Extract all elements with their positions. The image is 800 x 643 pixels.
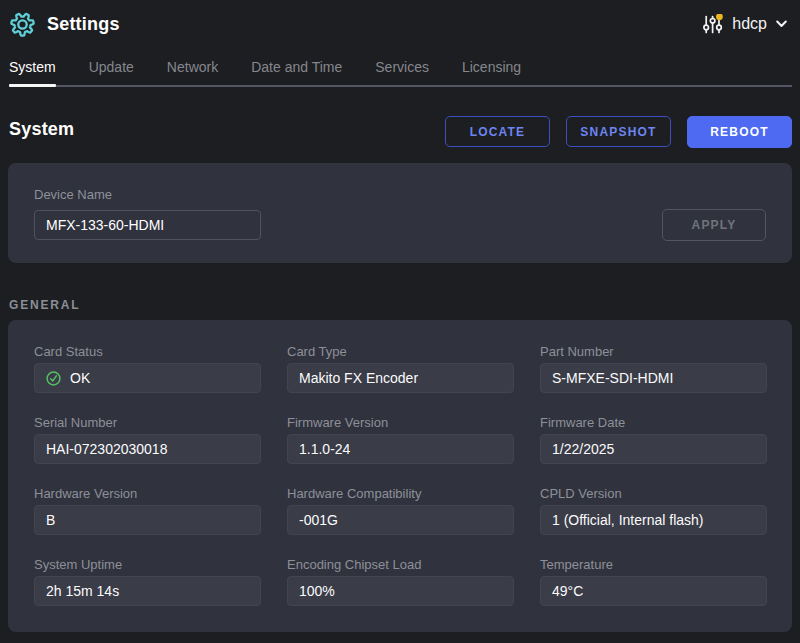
user-label: hdcp bbox=[732, 15, 767, 33]
field-label: CPLD Version bbox=[540, 486, 767, 501]
check-circle-icon bbox=[46, 371, 61, 386]
field-card-type: Card Type Makito FX Encoder bbox=[287, 344, 514, 393]
field-label: Firmware Date bbox=[540, 415, 767, 430]
field-system-uptime: System Uptime 2h 15m 14s bbox=[34, 557, 261, 606]
field-label: Firmware Version bbox=[287, 415, 514, 430]
field-value-box: 1.1.0-24 bbox=[287, 434, 514, 464]
field-label: System Uptime bbox=[34, 557, 261, 572]
field-cpld-version: CPLD Version 1 (Official, Internal flash… bbox=[540, 486, 767, 535]
page-title: Settings bbox=[47, 14, 120, 35]
general-panel: Card Status OK Card Type Makito FX Encod… bbox=[8, 320, 792, 632]
field-firmware-date: Firmware Date 1/22/2025 bbox=[540, 415, 767, 464]
field-label: Hardware Version bbox=[34, 486, 261, 501]
tab-bar: System Update Network Date and Time Serv… bbox=[9, 48, 792, 87]
field-value-box: 1/22/2025 bbox=[540, 434, 767, 464]
device-name-input[interactable] bbox=[34, 210, 261, 240]
chevron-down-icon bbox=[776, 20, 787, 28]
tab-system[interactable]: System bbox=[9, 48, 56, 85]
field-value-box: 2h 15m 14s bbox=[34, 576, 261, 606]
field-temperature: Temperature 49°C bbox=[540, 557, 767, 606]
field-value-box: S-MFXE-SDI-HDMI bbox=[540, 363, 767, 393]
field-serial-number: Serial Number HAI-072302030018 bbox=[34, 415, 261, 464]
field-value-box: 100% bbox=[287, 576, 514, 606]
field-value-box: 49°C bbox=[540, 576, 767, 606]
locate-button[interactable]: LOCATE bbox=[445, 116, 550, 147]
tab-update[interactable]: Update bbox=[89, 48, 134, 85]
sliders-icon bbox=[703, 14, 723, 35]
snapshot-button[interactable]: SNAPSHOT bbox=[566, 116, 671, 147]
field-card-status: Card Status OK bbox=[34, 344, 261, 393]
field-firmware-version: Firmware Version 1.1.0-24 bbox=[287, 415, 514, 464]
settings-gear-icon bbox=[9, 11, 36, 38]
field-hardware-version: Hardware Version B bbox=[34, 486, 261, 535]
apply-button[interactable]: APPLY bbox=[662, 209, 766, 241]
tab-date-and-time[interactable]: Date and Time bbox=[251, 48, 342, 85]
tab-licensing[interactable]: Licensing bbox=[462, 48, 521, 85]
field-label: Temperature bbox=[540, 557, 767, 572]
field-part-number: Part Number S-MFXE-SDI-HDMI bbox=[540, 344, 767, 393]
device-name-panel: Device Name APPLY bbox=[8, 163, 792, 263]
user-menu[interactable]: hdcp bbox=[703, 14, 787, 35]
notification-dot bbox=[716, 14, 723, 20]
field-value-box: 1 (Official, Internal flash) bbox=[540, 505, 767, 535]
field-label: Card Type bbox=[287, 344, 514, 359]
field-hardware-compatibility: Hardware Compatibility -001G bbox=[287, 486, 514, 535]
field-value-box: B bbox=[34, 505, 261, 535]
field-value-box: OK bbox=[34, 363, 261, 393]
field-value: OK bbox=[70, 370, 90, 386]
device-name-label: Device Name bbox=[34, 187, 766, 202]
app-header: Settings hdcp bbox=[0, 0, 800, 48]
page-heading-row: System LOCATE SNAPSHOT REBOOT bbox=[9, 116, 792, 148]
field-label: Card Status bbox=[34, 344, 261, 359]
field-label: Encoding Chipset Load bbox=[287, 557, 514, 572]
action-buttons: LOCATE SNAPSHOT REBOOT bbox=[445, 116, 792, 148]
section-heading: System bbox=[9, 119, 74, 140]
field-value-box: -001G bbox=[287, 505, 514, 535]
field-value-box: HAI-072302030018 bbox=[34, 434, 261, 464]
field-label: Hardware Compatibility bbox=[287, 486, 514, 501]
general-section-label: GENERAL bbox=[9, 298, 791, 312]
field-label: Part Number bbox=[540, 344, 767, 359]
tab-network[interactable]: Network bbox=[167, 48, 218, 85]
tab-services[interactable]: Services bbox=[375, 48, 429, 85]
device-name-row: APPLY bbox=[34, 209, 766, 241]
field-value-box: Makito FX Encoder bbox=[287, 363, 514, 393]
field-encoding-chipset-load: Encoding Chipset Load 100% bbox=[287, 557, 514, 606]
reboot-button[interactable]: REBOOT bbox=[687, 116, 792, 148]
field-label: Serial Number bbox=[34, 415, 261, 430]
